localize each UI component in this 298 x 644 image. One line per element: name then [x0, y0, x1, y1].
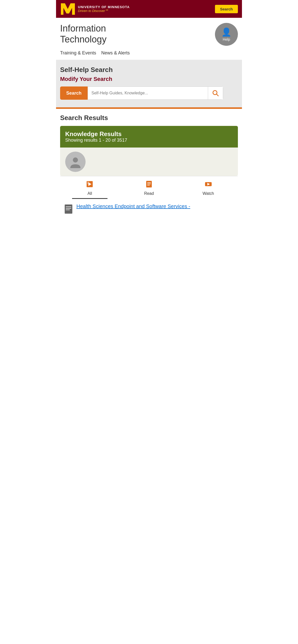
- page-title: Information Technology: [60, 23, 106, 45]
- filter-tab-all[interactable]: All: [60, 176, 119, 199]
- header-search-button[interactable]: Search: [215, 5, 238, 13]
- result-item: Health Sciences Endpoint and Software Se…: [60, 199, 238, 218]
- first-result-link[interactable]: Health Sciences Endpoint and Software Se…: [76, 203, 190, 210]
- knowledge-results-box: Knowledge Results Showing results 1 - 20…: [60, 126, 238, 148]
- search-icon: [212, 90, 219, 96]
- logo-text: UNIVERSITY OF MINNESOTA Driven to Discov…: [78, 5, 130, 13]
- svg-rect-10: [147, 185, 150, 185]
- modify-search-title: Modify Your Search: [60, 76, 238, 82]
- title-section: Information Technology 👤 Help: [56, 18, 242, 48]
- svg-marker-0: [61, 3, 75, 15]
- knowledge-results-count: Showing results 1 - 20 of 3517: [65, 138, 233, 143]
- knowledge-results-title: Knowledge Results: [65, 130, 233, 138]
- nav-news-alerts[interactable]: News & Alerts: [101, 50, 130, 56]
- svg-point-3: [73, 157, 78, 163]
- help-label: Help: [223, 37, 230, 41]
- filter-all-label: All: [87, 191, 92, 196]
- logo-area: UNIVERSITY OF MINNESOTA Driven to Discov…: [60, 3, 130, 15]
- svg-rect-14: [66, 207, 71, 207]
- svg-line-2: [216, 94, 218, 96]
- filter-watch-label: Watch: [202, 191, 214, 196]
- avatar: [65, 152, 86, 172]
- site-header: UNIVERSITY OF MINNESOTA Driven to Discov…: [56, 0, 242, 18]
- results-title: Search Results: [60, 114, 238, 122]
- person-icon: 👤: [221, 27, 232, 37]
- results-list-area: [60, 148, 238, 176]
- navigation-bar: Training & Events News & Alerts: [56, 48, 242, 60]
- filter-read-label: Read: [144, 191, 154, 196]
- search-bar: Search: [60, 86, 223, 100]
- help-button[interactable]: 👤 Help: [215, 23, 238, 46]
- document-icon: [64, 204, 73, 216]
- svg-rect-16: [66, 210, 70, 210]
- search-input[interactable]: [88, 86, 208, 100]
- nav-training-events[interactable]: Training & Events: [60, 50, 96, 56]
- svg-rect-13: [65, 204, 72, 214]
- logo-m-icon: [60, 3, 75, 15]
- svg-rect-8: [147, 182, 151, 183]
- search-button[interactable]: Search: [60, 86, 88, 100]
- svg-rect-9: [147, 184, 151, 184]
- filter-tabs: All Read Watch: [60, 176, 238, 199]
- watch-icon: [205, 180, 212, 190]
- filter-tab-read[interactable]: Read: [119, 176, 179, 199]
- self-help-section: Self-Help Search Modify Your Search Sear…: [56, 60, 242, 107]
- self-help-title: Self-Help Search: [60, 66, 238, 74]
- results-section: Search Results Knowledge Results Showing…: [56, 109, 242, 223]
- university-tagline: Driven to Discover℠: [78, 9, 130, 13]
- read-icon: [145, 180, 153, 190]
- filter-tab-watch[interactable]: Watch: [179, 176, 238, 199]
- university-name: UNIVERSITY OF MINNESOTA: [78, 5, 130, 9]
- avatar-area: [60, 148, 238, 176]
- svg-rect-6: [87, 182, 89, 184]
- search-submit-button[interactable]: [208, 86, 223, 100]
- svg-rect-15: [66, 208, 71, 209]
- all-icon: [86, 180, 93, 190]
